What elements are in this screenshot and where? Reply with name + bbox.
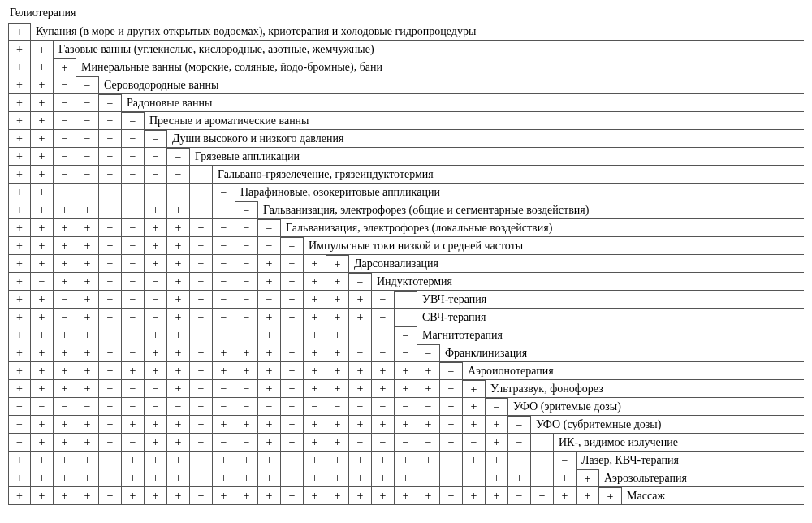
grid-cell: +: [326, 344, 349, 362]
grid-cell: +: [8, 23, 31, 41]
grid-cell: −: [417, 398, 440, 416]
grid-cell: +: [190, 469, 213, 487]
grid-cell: +: [258, 273, 281, 291]
grid-cell: +: [486, 434, 508, 452]
grid-cell: −: [99, 130, 122, 148]
grid-cell: +: [8, 344, 31, 362]
grid-cell: −: [349, 273, 372, 291]
grid-cell: +: [31, 112, 54, 130]
row-label: Парафиновые, озокеритовые аппликации: [235, 184, 804, 201]
grid-cell: +: [486, 487, 508, 505]
grid-cell: −: [349, 434, 372, 452]
grid-cell: −: [99, 112, 122, 130]
grid-cell: +: [326, 273, 349, 291]
grid-row: ++++−−−+−−−++++++++−+Ультразвук, фонофор…: [8, 380, 804, 398]
grid-cell: +: [76, 237, 99, 255]
row-label: Души высокого и низкого давления: [167, 130, 804, 148]
grid-cell: −: [99, 309, 122, 326]
row-label: Гальванизация, электрофорез (общие и сег…: [258, 201, 804, 219]
grid-cell: +: [76, 434, 99, 452]
grid-cell: +: [463, 452, 486, 469]
grid-cell: +: [304, 344, 326, 362]
grid-cell: −: [372, 326, 395, 344]
grid-cell: +: [463, 487, 486, 505]
grid-cell: −: [349, 326, 372, 344]
grid-cell: −: [99, 219, 122, 237]
grid-cell: +: [349, 452, 372, 469]
grid-cell: −: [213, 219, 235, 237]
grid-cell: −: [463, 434, 486, 452]
grid-cell: +: [167, 487, 190, 505]
grid-cell: +: [395, 487, 417, 505]
grid-cell: +: [31, 469, 54, 487]
grid-cell: +: [258, 362, 281, 380]
grid-cell: +: [145, 416, 167, 434]
grid-cell: +: [167, 291, 190, 309]
grid-row: ++++−−+++−−−Гальванизация, электрофорез …: [8, 219, 804, 237]
grid-cell: −: [486, 398, 508, 416]
grid-cell: +: [372, 469, 395, 487]
grid-cell: +: [76, 255, 99, 273]
grid-cell: +: [31, 201, 54, 219]
grid-cell: +: [167, 201, 190, 219]
grid-cell: +: [31, 255, 54, 273]
grid-cell: −: [213, 309, 235, 326]
grid-cell: +: [122, 416, 145, 434]
grid-cell: −: [76, 76, 99, 94]
grid-cell: −: [190, 273, 213, 291]
grid-cell: +: [145, 452, 167, 469]
grid-cell: −: [122, 112, 145, 130]
compatibility-grid: +Купания (в море и других открытых водое…: [8, 23, 804, 505]
grid-cell: −: [54, 76, 76, 94]
grid-cell: −: [304, 398, 326, 416]
grid-cell: +: [258, 434, 281, 452]
grid-row: +++++−++−−−−−Импульсные токи низкой и ср…: [8, 237, 804, 255]
grid-cell: −: [145, 130, 167, 148]
grid-cell: +: [577, 487, 599, 505]
grid-cell: +: [304, 291, 326, 309]
grid-cell: +: [304, 362, 326, 380]
grid-cell: +: [395, 362, 417, 380]
grid-cell: −: [190, 309, 213, 326]
grid-cell: +: [76, 362, 99, 380]
grid-cell: −: [122, 309, 145, 326]
grid-cell: +: [463, 398, 486, 416]
grid-cell: −: [372, 344, 395, 362]
grid-cell: +: [213, 452, 235, 469]
grid-cell: +: [54, 362, 76, 380]
grid-cell: +: [213, 416, 235, 434]
grid-cell: −: [235, 434, 258, 452]
grid-cell: +: [76, 469, 99, 487]
row-label: Дарсонвализация: [349, 255, 804, 273]
grid-cell: +: [167, 416, 190, 434]
grid-cell: +: [8, 112, 31, 130]
grid-cell: −: [213, 255, 235, 273]
grid-cell: +: [76, 326, 99, 344]
row-label: Ультразвук, фонофорез: [486, 380, 804, 398]
row-label: УВЧ-терапия: [417, 291, 804, 309]
grid-cell: −: [99, 326, 122, 344]
grid-cell: −: [145, 148, 167, 166]
grid-cell: −: [99, 201, 122, 219]
grid-cell: −: [395, 291, 417, 309]
grid-row: ++++−−++−−−Гальванизация, электрофорез (…: [8, 201, 804, 219]
grid-cell: +: [281, 273, 304, 291]
grid-cell: +: [326, 326, 349, 344]
grid-cell: −: [145, 273, 167, 291]
grid-cell: −: [76, 148, 99, 166]
grid-cell: −: [235, 380, 258, 398]
grid-cell: +: [281, 487, 304, 505]
grid-cell: +: [31, 344, 54, 362]
grid-cell: +: [145, 487, 167, 505]
grid-cell: +: [304, 487, 326, 505]
grid-cell: +: [167, 309, 190, 326]
grid-cell: +: [31, 452, 54, 469]
grid-cell: +: [304, 452, 326, 469]
grid-cell: −: [167, 184, 190, 201]
grid-cell: +: [349, 291, 372, 309]
grid-cell: +: [326, 452, 349, 469]
row-label: Пресные и ароматические ванны: [145, 112, 804, 130]
grid-cell: +: [281, 469, 304, 487]
grid-cell: −: [99, 148, 122, 166]
grid-cell: +: [486, 416, 508, 434]
